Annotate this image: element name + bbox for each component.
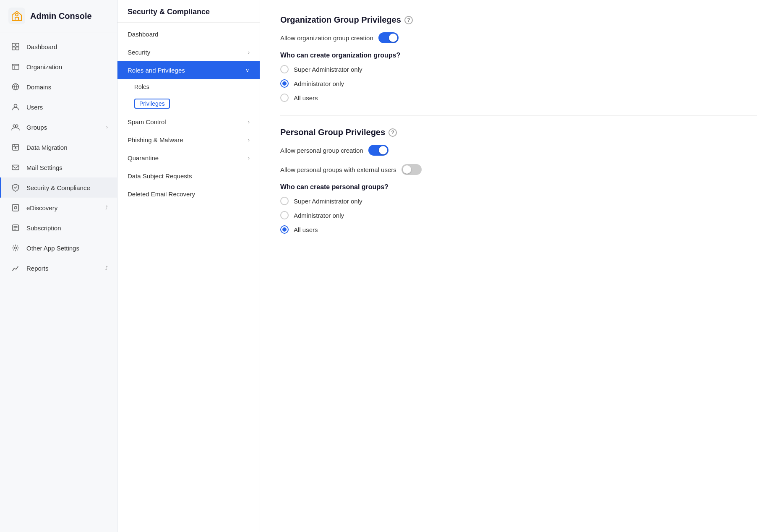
sidebar-item-domains[interactable]: Domains (0, 77, 117, 97)
svg-point-15 (15, 247, 17, 249)
middle-nav-label: Security (128, 49, 150, 56)
middle-nav-item-quarantine[interactable]: Quarantine › (117, 149, 260, 167)
org-group-section-title: Organization Group Privileges ? (280, 15, 757, 25)
middle-navigation: Dashboard Security › Roles and Privilege… (117, 23, 260, 206)
sidebar-item-groups[interactable]: Groups › (0, 117, 117, 137)
org-radio-admin-circle (280, 79, 289, 88)
phishing-malware-chevron-icon: › (248, 137, 250, 143)
middle-panel: Security & Compliance Dashboard Security… (117, 0, 260, 532)
middle-nav-item-phishing-malware[interactable]: Phishing & Malware › (117, 131, 260, 149)
middle-nav-item-spam-control[interactable]: Spam Control › (117, 113, 260, 131)
org-radio-group: Super Administrator only Administrator o… (280, 65, 757, 102)
groups-icon (10, 122, 21, 132)
sidebar-item-label: Reports (26, 265, 49, 272)
personal-external-users-toggle[interactable] (402, 164, 422, 175)
middle-nav-item-dashboard[interactable]: Dashboard (117, 25, 260, 43)
middle-nav-label: Phishing & Malware (128, 136, 183, 143)
personal-group-help-icon[interactable]: ? (388, 128, 397, 137)
middle-nav-label: Dashboard (128, 31, 158, 38)
reports-external-link-icon: ⤴ (105, 265, 108, 271)
svg-rect-1 (12, 43, 15, 46)
personal-allow-creation-row: Allow personal group creation (280, 145, 757, 156)
org-allow-creation-toggle[interactable] (378, 32, 399, 43)
sidebar-item-label: eDiscovery (26, 204, 57, 211)
section-divider (280, 115, 757, 116)
middle-nav-subitem-roles[interactable]: Roles (117, 79, 260, 94)
org-group-privileges-section: Organization Group Privileges ? Allow or… (280, 15, 757, 102)
ediscovery-icon (10, 203, 21, 213)
org-radio-all-users-label: All users (294, 94, 318, 102)
sidebar-item-label: Mail Settings (26, 164, 63, 171)
sidebar-navigation: Dashboard Organization Domains Users Gro (0, 32, 117, 282)
middle-nav-label: Quarantine (128, 154, 159, 162)
sidebar-item-other-app-settings[interactable]: Other App Settings (0, 238, 117, 258)
personal-group-privileges-section: Personal Group Privileges ? Allow person… (280, 128, 757, 234)
svg-point-13 (14, 206, 17, 209)
middle-nav-item-data-subject-requests[interactable]: Data Subject Requests (117, 167, 260, 185)
sidebar-item-label: Users (26, 104, 43, 111)
middle-nav-label: Deleted Email Recovery (128, 190, 195, 198)
personal-allow-creation-label: Allow personal group creation (280, 147, 363, 154)
org-who-can-create-title: Who can create organization groups? (280, 52, 757, 59)
personal-who-can-create-title: Who can create personal groups? (280, 183, 757, 191)
sidebar-item-label: Security & Compliance (26, 184, 90, 191)
sidebar-header: Admin Console (0, 0, 117, 32)
sidebar-item-security-compliance[interactable]: Security & Compliance (0, 177, 117, 198)
org-group-help-icon[interactable]: ? (404, 16, 413, 24)
svg-rect-12 (13, 204, 18, 211)
middle-nav-item-roles-and-privileges[interactable]: Roles and Privileges ∨ (117, 61, 260, 79)
org-radio-super-admin[interactable]: Super Administrator only (280, 65, 757, 73)
security-chevron-icon: › (248, 49, 250, 55)
other-app-settings-icon (10, 243, 21, 253)
dashboard-icon (10, 42, 21, 52)
sidebar-item-reports[interactable]: Reports ⤴ (0, 258, 117, 278)
personal-radio-super-admin[interactable]: Super Administrator only (280, 197, 757, 205)
org-radio-admin-label: Administrator only (294, 80, 344, 87)
sidebar-item-users[interactable]: Users (0, 97, 117, 117)
quarantine-chevron-icon: › (248, 155, 250, 161)
middle-nav-item-deleted-email-recovery[interactable]: Deleted Email Recovery (117, 185, 260, 203)
personal-external-users-row: Allow personal groups with external user… (280, 164, 757, 175)
external-link-icon: ⤴ (105, 205, 108, 211)
personal-group-section-title: Personal Group Privileges ? (280, 128, 757, 137)
svg-point-7 (14, 104, 17, 107)
svg-rect-5 (12, 64, 19, 69)
middle-nav-item-security[interactable]: Security › (117, 43, 260, 61)
app-title: Admin Console (30, 11, 92, 21)
org-radio-all-users[interactable]: All users (280, 94, 757, 102)
sidebar-item-label: Subscription (26, 224, 61, 232)
personal-radio-all-users-circle (280, 225, 289, 234)
privileges-selected-label: Privileges (134, 99, 170, 109)
groups-chevron-icon: › (106, 124, 108, 130)
sidebar-item-dashboard[interactable]: Dashboard (0, 37, 117, 57)
org-radio-admin[interactable]: Administrator only (280, 79, 757, 88)
sidebar-item-label: Dashboard (26, 43, 57, 50)
svg-rect-11 (12, 165, 19, 170)
sidebar-item-label: Data Migration (26, 144, 68, 151)
personal-radio-admin-label: Administrator only (294, 212, 344, 219)
sidebar-item-subscription[interactable]: Subscription (0, 218, 117, 238)
subscription-icon (10, 223, 21, 233)
sidebar-item-mail-settings[interactable]: Mail Settings (0, 157, 117, 177)
personal-radio-admin[interactable]: Administrator only (280, 211, 757, 219)
sidebar-item-label: Other App Settings (26, 245, 79, 252)
sidebar-item-data-migration[interactable]: Data Migration (0, 137, 117, 157)
personal-external-users-label: Allow personal groups with external user… (280, 166, 396, 173)
sidebar-item-organization[interactable]: Organization (0, 57, 117, 77)
middle-nav-subitem-privileges[interactable]: Privileges (117, 94, 260, 113)
personal-radio-admin-circle (280, 211, 289, 219)
org-radio-super-admin-circle (280, 65, 289, 73)
security-compliance-icon (10, 183, 21, 193)
domains-icon (10, 82, 21, 92)
sidebar-item-label: Organization (26, 63, 62, 70)
spam-control-chevron-icon: › (248, 119, 250, 125)
sidebar-item-label: Domains (26, 83, 51, 91)
personal-allow-creation-toggle[interactable] (368, 145, 388, 156)
middle-panel-header: Security & Compliance (117, 0, 260, 23)
svg-point-9 (16, 125, 18, 127)
sidebar-item-ediscovery[interactable]: eDiscovery ⤴ (0, 198, 117, 218)
personal-radio-all-users[interactable]: All users (280, 225, 757, 234)
svg-rect-3 (12, 47, 15, 50)
personal-radio-all-users-label: All users (294, 226, 318, 233)
middle-nav-label: Data Subject Requests (128, 172, 192, 180)
